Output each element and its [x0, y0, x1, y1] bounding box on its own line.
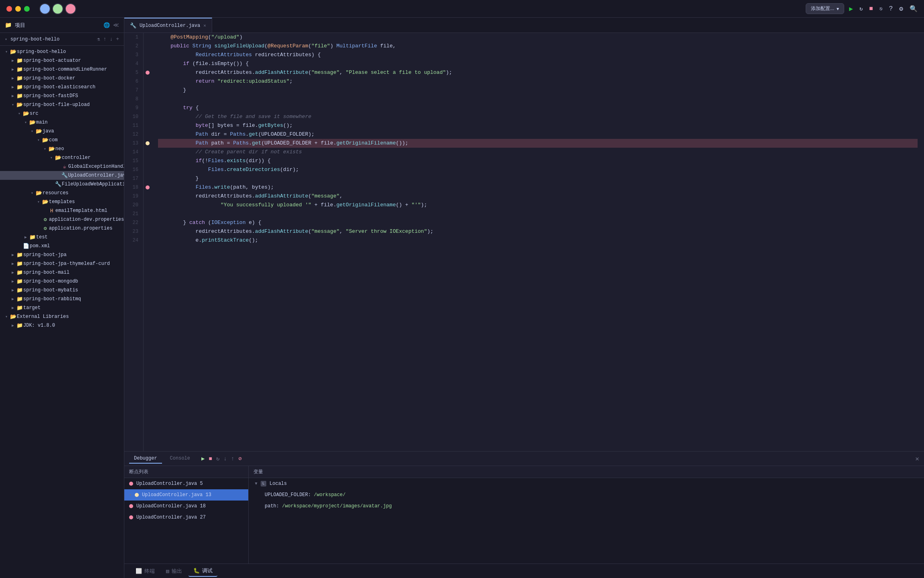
folder-icon: 📂 — [29, 119, 36, 126]
tree-item-uploadcontroller[interactable]: 🔧 UploadController.java — [0, 171, 124, 180]
code-editor: 1 2 3 4 5 6 7 8 9 10 11 12 13 14 15 16 1 — [124, 33, 924, 451]
breakpoint-item-5[interactable]: UploadController.java 5 — [124, 478, 248, 489]
folder-icon: 📂 — [35, 128, 43, 134]
tree-item-mongodb[interactable]: ▶ 📁 spring-boot-mongodb — [0, 277, 124, 286]
folder-icon: 📂 — [48, 146, 55, 152]
upload-icon[interactable]: ↑ — [103, 36, 107, 43]
xml-file-icon: 📄 — [22, 243, 30, 249]
collapse-icon[interactable]: ≪ — [113, 22, 119, 28]
resume-icon[interactable]: ▶ — [201, 455, 205, 462]
tab-terminal[interactable]: ⬜ 终端 — [131, 566, 160, 576]
breakpoint-item-27[interactable]: UploadController.java 27 — [124, 512, 248, 523]
breakpoint-item-18[interactable]: UploadController.java 18 — [124, 501, 248, 512]
tree-item-src[interactable]: ▾ 📂 src — [0, 109, 124, 118]
variable-uploaded-folder[interactable]: UPLOADED_FOLDER: /workspace/ — [249, 489, 924, 501]
run-icon[interactable]: ▶ — [849, 5, 853, 13]
step-over-icon[interactable]: ↻ — [216, 455, 219, 462]
code-text: @PostMapping("/upload") — [158, 33, 243, 42]
tree-item-rabbitmq[interactable]: ▶ 📁 spring-boot-rabbitmq — [0, 295, 124, 303]
tab-debugger[interactable]: Debugger — [129, 454, 162, 464]
props-file-icon: ⚙ — [42, 216, 49, 223]
stop-icon[interactable]: ■ — [869, 5, 873, 12]
tree-item-actuator[interactable]: ▶ 📁 spring-boot-actuator — [0, 56, 124, 65]
add-icon[interactable]: + — [116, 36, 119, 43]
tab-debug[interactable]: 🐛 调试 — [188, 566, 217, 577]
var-value: /workspace/myproject/images/avatar.jpg — [282, 503, 392, 509]
tree-item-fileuploadwebapp[interactable]: 🔧 FileUploadWebApplication.ja... — [0, 180, 124, 189]
code-line: public String singleFileUpload(@RequestP… — [158, 42, 918, 51]
reload-icon[interactable]: ↻ — [859, 5, 863, 12]
breakpoint-5[interactable] — [146, 71, 150, 75]
tree-item-commandlinerunner[interactable]: ▶ 📁 spring-boot-commandLineRunner — [0, 65, 124, 74]
code-line: // Create parent dir if not exists — [158, 148, 918, 157]
mute-breakpoints-icon[interactable]: ⊘ — [238, 455, 241, 462]
code-line-current: Path path = Paths.get(UPLOADED_FOLDER + … — [158, 139, 918, 148]
breakpoint-18[interactable] — [146, 185, 150, 189]
maximize-button[interactable] — [24, 6, 30, 12]
breakpoint-13[interactable] — [146, 141, 150, 145]
tree-item-file-upload[interactable]: ▾ 📂 spring-boot-file-upload — [0, 100, 124, 109]
tab-label: 输出 — [172, 568, 182, 575]
tree-item-main[interactable]: ▾ 📂 main — [0, 118, 124, 127]
tree-item-docker[interactable]: ▶ 📁 spring-boot-docker — [0, 74, 124, 83]
tree-item-jdk[interactable]: ▶ 📁 JDK: v1.8.0 — [0, 321, 124, 330]
tree-item-com[interactable]: ▾ 📂 com — [0, 136, 124, 144]
code-line: } — [158, 86, 918, 95]
debug-content: 断点列表 UploadController.java 5 ▾ — [124, 466, 924, 564]
tree-item-pom[interactable]: 📄 pom.xml — [0, 242, 124, 250]
editor-area: 🔧 UploadController.java ✕ 1 2 3 4 5 6 7 … — [124, 18, 924, 578]
tree-item-templates[interactable]: ▾ 📂 templates — [0, 197, 124, 206]
tree-item-resources[interactable]: ▾ 📂 resources — [0, 189, 124, 197]
search-icon[interactable]: 🔍 — [910, 5, 918, 13]
filter-icon[interactable]: ⚗ — [97, 36, 100, 43]
variable-path[interactable]: path: /workspace/myproject/images/avatar… — [249, 501, 924, 512]
tree-item-java[interactable]: ▾ 📂 java — [0, 127, 124, 136]
tree-item-controller[interactable]: ▾ 📂 controller — [0, 153, 124, 162]
tab-label: 终端 — [144, 568, 155, 575]
share-icon[interactable]: ⎋ — [879, 6, 883, 12]
tree-item-globalexceptionhandler[interactable]: ☕ GlobalExceptionHandler.ja... — [0, 162, 124, 171]
download-icon[interactable]: ↓ — [109, 36, 113, 43]
bp-dot-icon — [129, 504, 133, 508]
code-line: try { — [158, 104, 918, 112]
tree-item-jpa[interactable]: ▶ 📁 spring-boot-jpa — [0, 250, 124, 259]
tree-item-emailtemplate[interactable]: H emailTemplate.html — [0, 206, 124, 215]
settings-icon[interactable]: ⚙ — [899, 5, 903, 13]
tree-item-test[interactable]: ▶ 📁 test — [0, 233, 124, 242]
tree-item-spring-boot-hello[interactable]: ▾ 📂 spring-boot-hello — [0, 47, 124, 56]
tree-item-jpa-thymeleaf[interactable]: ▶ 📁 spring-boot-jpa-thymeleaf-curd — [0, 259, 124, 268]
breakpoint-item-13[interactable]: ▾ UploadController.java 13 — [124, 489, 248, 501]
debug-close-button[interactable]: ✕ — [915, 455, 919, 463]
tree-arrow-icon: ▶ — [10, 67, 16, 72]
globe-icon[interactable]: 🌐 — [103, 22, 110, 28]
run-config-button[interactable]: 添加配置... ▾ — [806, 3, 844, 14]
tree-item-external-libraries[interactable]: ▾ 📂 External Libraries — [0, 312, 124, 321]
tree-arrow-icon: ▾ — [16, 111, 22, 116]
step-out-icon[interactable]: ↑ — [231, 456, 234, 462]
tab-console[interactable]: Console — [165, 454, 195, 464]
step-into-icon[interactable]: ↓ — [223, 456, 227, 462]
tab-output[interactable]: ▤ 输出 — [161, 566, 187, 576]
tree-item-fastdfs[interactable]: ▶ 📁 spring-boot-fastDFS — [0, 92, 124, 100]
tree-item-neo[interactable]: ▾ 📂 neo — [0, 144, 124, 153]
tree-item-elasticsearch[interactable]: ▶ 📁 spring-boot-elasticsearch — [0, 83, 124, 92]
tree-item-target[interactable]: ▶ 📁 target — [0, 303, 124, 312]
tab-uploadcontroller[interactable]: 🔧 UploadController.java ✕ — [124, 18, 212, 33]
tree-label: spring-boot-commandLineRunner — [23, 67, 107, 72]
help-icon[interactable]: ? — [889, 5, 893, 12]
close-button[interactable] — [6, 6, 12, 12]
stop-debug-icon[interactable]: ■ — [209, 456, 212, 462]
tree-arrow-icon: ▶ — [10, 305, 16, 310]
tab-close-button[interactable]: ✕ — [203, 23, 206, 28]
tree-item-app-props[interactable]: ⚙ application.properties — [0, 224, 124, 233]
code-content[interactable]: @PostMapping("/upload") public String si… — [152, 33, 924, 451]
tree-item-app-dev-props[interactable]: ⚙ application-dev.properties — [0, 215, 124, 224]
tree-label: templates — [49, 199, 75, 205]
minimize-button[interactable] — [15, 6, 21, 12]
tree-arrow-icon: ▾ — [42, 147, 48, 151]
locals-group[interactable]: ▶ L Locals — [249, 478, 924, 489]
tree-item-mybatis[interactable]: ▶ 📁 spring-boot-mybatis — [0, 286, 124, 295]
tree-arrow-icon: ▶ — [10, 288, 16, 293]
folder-icon: 📂 — [22, 110, 30, 117]
tree-item-mail[interactable]: ▶ 📁 spring-boot-mail — [0, 268, 124, 277]
